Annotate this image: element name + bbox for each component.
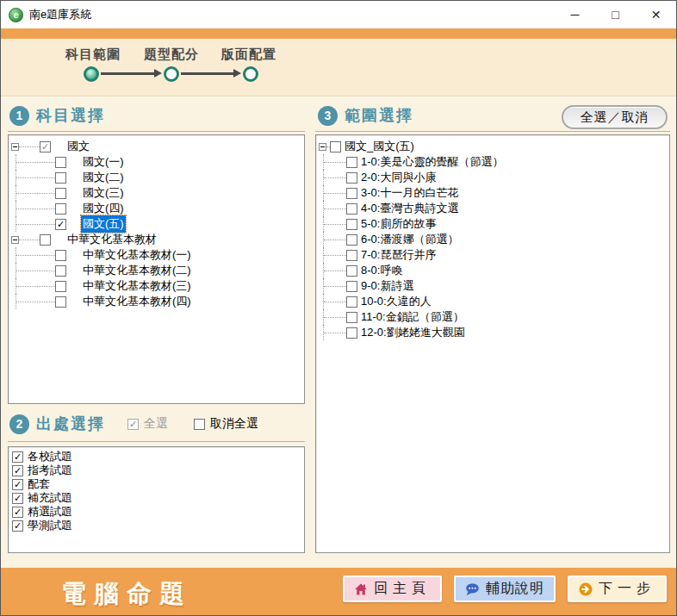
tree-item-label[interactable]: 2-0:大同與小康: [359, 169, 438, 186]
tree-item[interactable]: 國文(二): [9, 170, 304, 185]
tree-item-label[interactable]: 9-0:新詩選: [359, 277, 415, 295]
tree-checkbox[interactable]: [346, 312, 357, 323]
divider: [8, 441, 305, 442]
close-button[interactable]: ✕: [636, 1, 676, 28]
tree-item-label[interactable]: 中華文化基本教材(一): [81, 246, 193, 264]
tree-checkbox[interactable]: [346, 219, 357, 230]
tree-checkbox[interactable]: ✓: [40, 141, 51, 152]
tree-checkbox[interactable]: [40, 234, 51, 246]
source-list-item[interactable]: ✓指考試題: [10, 464, 302, 477]
select-all-checkbox[interactable]: ✓ 全選: [127, 416, 168, 432]
tree-item[interactable]: 2-0:大同與小康: [316, 170, 669, 185]
expand-collapse-icon[interactable]: [11, 236, 19, 244]
help-button[interactable]: 輔助說明: [454, 576, 556, 602]
item-checkbox[interactable]: ✓: [12, 493, 23, 504]
maximize-button[interactable]: □: [595, 1, 636, 28]
item-checkbox[interactable]: ✓: [12, 520, 23, 532]
tree-item[interactable]: 中華文化基本教材(二): [9, 263, 304, 278]
tree-item-label[interactable]: 國文(三): [81, 184, 126, 202]
tree-checkbox[interactable]: [55, 265, 66, 277]
select-toggle-button[interactable]: 全選／取消: [562, 105, 668, 129]
tree-item[interactable]: 6-0:潘渡娜（節選）: [316, 232, 669, 247]
tree-item-label[interactable]: 國文: [65, 138, 91, 155]
tree-checkbox[interactable]: [55, 172, 66, 184]
source-list-item[interactable]: ✓配套: [10, 477, 302, 491]
tree-checkbox[interactable]: [55, 296, 66, 308]
tree-item[interactable]: 國文_國文(五): [316, 139, 669, 154]
tree-checkbox[interactable]: [55, 250, 66, 261]
source-list-item[interactable]: ✓各校試題: [10, 450, 302, 464]
tree-checkbox[interactable]: [346, 172, 357, 184]
home-button[interactable]: 回主頁: [343, 576, 442, 602]
tree-checkbox[interactable]: [346, 188, 357, 199]
next-step-button[interactable]: 下一步: [568, 576, 667, 602]
tree-item[interactable]: 國文(三): [9, 185, 304, 201]
tree-item[interactable]: 9-0:新詩選: [316, 278, 669, 294]
tree-checkbox[interactable]: ✓: [55, 219, 66, 230]
tree-item[interactable]: ✓國文(五): [9, 216, 304, 232]
tree-item-label[interactable]: 國文(五): [81, 215, 126, 233]
tree-checkbox[interactable]: [55, 188, 66, 199]
tree-item[interactable]: 3-0:十一月的白芒花: [316, 185, 669, 201]
tree-item[interactable]: ✓國文: [9, 139, 304, 154]
tree-item[interactable]: 中華文化基本教材(四): [9, 294, 304, 309]
tree-item[interactable]: 11-0:金鎖記（節選）: [316, 309, 669, 325]
deselect-all-checkbox[interactable]: 取消全選: [194, 416, 258, 432]
source-list-item[interactable]: ✓學測試題: [10, 519, 302, 532]
tree-checkbox[interactable]: [346, 203, 357, 215]
tree-item[interactable]: 5-0:廁所的故事: [316, 216, 669, 232]
tree-item-label[interactable]: 11-0:金鎖記（節選）: [359, 308, 466, 326]
tree-item-label[interactable]: 6-0:潘渡娜（節選）: [359, 231, 460, 248]
tree-item[interactable]: 7-0:琵琶行并序: [316, 247, 669, 263]
tree-checkbox[interactable]: [346, 265, 357, 277]
tree-item-label[interactable]: 中華文化基本教材: [65, 231, 158, 248]
expand-collapse-icon[interactable]: [319, 143, 326, 151]
tree-item-label[interactable]: 8-0:呼喚: [359, 262, 404, 279]
tree-item[interactable]: 4-0:臺灣古典詩文選: [316, 201, 669, 216]
tree-item[interactable]: 1-0:美是心靈的覺醒（節選）: [316, 154, 669, 170]
tree-checkbox[interactable]: [55, 157, 66, 168]
tree-checkbox[interactable]: [346, 327, 357, 339]
tree-guide: [19, 146, 40, 147]
source-list-item[interactable]: ✓精選試題: [10, 505, 302, 519]
tree-item-label[interactable]: 中華文化基本教材(三): [81, 277, 193, 295]
tree-item-label[interactable]: 5-0:廁所的故事: [359, 215, 438, 233]
tree-checkbox[interactable]: [346, 296, 357, 308]
tree-item-label[interactable]: 國文_國文(五): [343, 138, 416, 155]
tree-checkbox[interactable]: [346, 157, 357, 168]
tree-checkbox[interactable]: [346, 234, 357, 246]
tree-item-label[interactable]: 國文(一): [81, 153, 126, 171]
tree-item-label[interactable]: 4-0:臺灣古典詩文選: [359, 200, 460, 217]
item-checkbox[interactable]: ✓: [12, 507, 23, 518]
tree-item[interactable]: 8-0:呼喚: [316, 263, 669, 278]
tree-item-label[interactable]: 12-0:劉姥姥進大觀園: [359, 324, 467, 341]
item-checkbox[interactable]: ✓: [12, 479, 23, 490]
tree-checkbox[interactable]: [330, 141, 341, 152]
item-checkbox[interactable]: ✓: [12, 465, 23, 476]
checkbox-icon[interactable]: [194, 419, 205, 430]
checkbox-icon[interactable]: ✓: [127, 419, 139, 430]
tree-item-label[interactable]: 1-0:美是心靈的覺醒（節選）: [359, 153, 505, 171]
tree-item-label[interactable]: 國文(二): [81, 169, 126, 186]
tree-item-label[interactable]: 中華文化基本教材(二): [81, 262, 193, 279]
tree-checkbox[interactable]: [346, 281, 357, 292]
tree-checkbox[interactable]: [55, 203, 66, 215]
tree-item-label[interactable]: 7-0:琵琶行并序: [359, 246, 438, 264]
tree-item-label[interactable]: 中華文化基本教材(四): [81, 293, 193, 310]
tree-item[interactable]: 10-0:久違的人: [316, 294, 669, 309]
item-checkbox[interactable]: ✓: [12, 451, 23, 463]
tree-item-label[interactable]: 國文(四): [81, 200, 126, 217]
source-list-item[interactable]: ✓補充試題: [10, 491, 302, 505]
tree-item[interactable]: 國文(四): [9, 201, 304, 216]
tree-checkbox[interactable]: [346, 250, 357, 261]
minimize-button[interactable]: ─: [555, 1, 595, 28]
tree-item-label[interactable]: 3-0:十一月的白芒花: [359, 184, 460, 202]
expand-collapse-icon[interactable]: [11, 143, 19, 151]
tree-item[interactable]: 中華文化基本教材: [9, 232, 304, 247]
tree-item-label[interactable]: 10-0:久違的人: [359, 293, 433, 310]
tree-item[interactable]: 中華文化基本教材(一): [9, 247, 304, 263]
tree-item[interactable]: 中華文化基本教材(三): [9, 278, 304, 294]
tree-item[interactable]: 12-0:劉姥姥進大觀園: [316, 325, 669, 340]
tree-item[interactable]: 國文(一): [9, 154, 304, 170]
tree-checkbox[interactable]: [55, 281, 66, 292]
